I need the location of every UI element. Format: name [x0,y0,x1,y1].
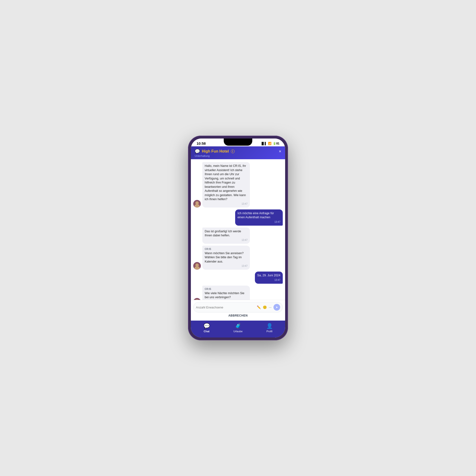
nav-item-chat[interactable]: 💬 Chat [198,323,215,333]
input-row: ✏️ 🙂 ··· ➤ [193,302,283,312]
message-row: Sa, 29. Juni 2024 13:47 [193,272,283,284]
bot-bubble: CR:IS Wie viele Nächte möchten Sie bei u… [202,286,250,300]
close-button[interactable]: × [279,149,281,154]
urlaube-nav-icon: 🧳 [235,323,241,329]
message-text: Ich möchte eine Anfrage für einen Aufent… [238,211,280,220]
chat-title: High Fun Hotel [202,149,229,153]
nav-item-profil[interactable]: 👤 Profil [261,323,278,333]
avatar [193,262,201,270]
send-button[interactable]: ➤ [273,304,280,311]
signal-icon: ▐▌▌ [261,142,267,145]
phone-frame: 10:58 ▐▌▌ 📶 🔋81 💬 High Fun Hotel i × Unt… [188,136,288,340]
phone-notch [224,138,252,146]
status-time: 10:58 [197,141,206,145]
message-text: Das ist großartig! Ich werde Ihnen dabei… [205,229,248,238]
status-icons: ▐▌▌ 📶 🔋81 [261,142,279,145]
chat-subtitle: Unterhaltung [195,154,281,157]
message-time: 13:47 [257,278,280,282]
messages-area: Hallo, mein Name ist CR:IS, Ihr virtuell… [191,159,285,300]
message-text: Hallo, mein Name ist CR:IS, Ihr virtuell… [205,164,248,202]
chat-nav-icon: 💬 [204,323,210,329]
profil-nav-label: Profil [266,330,272,333]
chat-bubble-icon: 💬 [195,149,200,154]
emoji-icon[interactable]: 🙂 [263,305,267,309]
bot-bubble: CR:IS Wann möchten Sie anreisen? Wählen … [202,246,250,270]
urlaube-nav-label: Urlaube [234,330,243,333]
nav-item-urlaube[interactable]: 🧳 Urlaube [230,323,246,333]
wifi-icon: 📶 [268,142,272,145]
message-time: 13:47 [205,202,248,206]
avatar [193,298,201,300]
message-row: Ich möchte eine Anfrage für einen Aufent… [193,209,283,226]
bot-bubble: Das ist großartig! Ich werde Ihnen dabei… [202,227,250,244]
bot-bubble: Hallo, mein Name ist CR:IS, Ihr virtuell… [202,162,250,207]
sender-name: CR:IS [205,248,248,251]
phone-screen: 10:58 ▐▌▌ 📶 🔋81 💬 High Fun Hotel i × Unt… [191,138,285,338]
message-row: CR:IS Wann möchten Sie anreisen? Wählen … [193,246,283,270]
message-time: 13:47 [238,221,280,224]
sender-name: CR:IS [205,288,248,291]
bottom-nav: 💬 Chat 🧳 Urlaube 👤 Profil [191,321,285,338]
user-bubble: Sa, 29. Juni 2024 13:47 [255,272,283,284]
message-text: Wann möchten Sie anreisen? Wählen Sie bi… [205,251,248,264]
message-row: Das ist großartig! Ich werde Ihnen dabei… [193,227,283,244]
bot-avatar [193,262,201,270]
send-icon: ➤ [276,306,278,309]
message-row: Hallo, mein Name ist CR:IS, Ihr virtuell… [193,162,283,207]
bot-avatar [193,200,201,207]
message-time: 13:47 [205,238,248,242]
user-bubble: Ich möchte eine Anfrage für einen Aufent… [235,209,283,226]
avatar [193,200,201,207]
message-text: Sa, 29. Juni 2024 [257,273,280,278]
info-icon[interactable]: i [231,150,235,153]
cancel-button[interactable]: ABBRECHEN [193,312,283,319]
message-row: CR:IS Wie viele Nächte möchten Sie bei u… [193,286,283,300]
bot-avatar [193,298,201,300]
chat-header: 💬 High Fun Hotel i × Unterhaltung [191,146,285,159]
profil-nav-icon: 👤 [266,323,273,329]
message-text: Wie viele Nächte möchten Sie bei uns ver… [205,291,248,300]
input-area: ✏️ 🙂 ··· ➤ ABBRECHEN [191,300,285,321]
battery-icon: 🔋81 [273,142,279,145]
edit-icon[interactable]: ✏️ [257,305,261,309]
more-icon[interactable]: ··· [269,305,272,309]
chat-nav-label: Chat [204,330,209,333]
message-input[interactable] [196,306,255,309]
input-actions: ✏️ 🙂 ··· ➤ [257,304,280,311]
message-time: 13:47 [205,264,248,268]
